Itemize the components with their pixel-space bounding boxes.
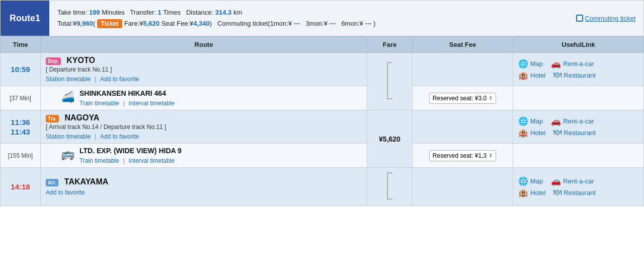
fare-cell-takayama <box>367 168 413 206</box>
distance-value: 314.3 <box>215 9 232 16</box>
seat-select-text: Reserved seat: ¥3,0 <box>433 95 487 102</box>
time-cell: [155 Min] <box>1 144 41 168</box>
useful-row-1: 🌐Map 🚗Rent-a-car <box>518 59 638 69</box>
transfer-unit: Times <box>163 9 181 16</box>
useful-row-2: 🏨Hotel 🍽Restaurant <box>518 71 638 80</box>
station-track: [ Arrival track No.14 / Departure track … <box>46 123 362 131</box>
hotel-icon: 🏨 <box>518 188 528 198</box>
route-header: Route1 Take time: 199 Minutes Transfer: … <box>0 0 644 36</box>
distance-label: Distance: <box>186 9 213 16</box>
arrive-time: 14:18 <box>11 182 30 191</box>
seat-select-arrow: ⇕ <box>489 153 493 158</box>
seatfee-cell <box>413 110 513 144</box>
table-row: [155 Min] 🚌 LTD. EXP. (WIDE VIEW) HIDA 9… <box>1 144 644 168</box>
arrive-time: 11:36 <box>11 118 30 126</box>
restaurant-icon: 🍽 <box>553 128 561 137</box>
map-link[interactable]: 🌐Map <box>518 176 543 186</box>
route-label-text: Route1 <box>10 13 40 24</box>
dep-badge: Dep. <box>46 57 61 65</box>
add-to-favorite-link[interactable]: Add to favorite <box>100 76 139 83</box>
station-links: Station timetable | Add to favorite <box>46 75 362 83</box>
time-cell: 11:36 11:43 <box>1 110 41 144</box>
hotel-icon: 🏨 <box>518 128 528 138</box>
tra-badge: Tra. <box>46 115 59 122</box>
station-timetable-link[interactable]: Station timetable <box>46 76 91 83</box>
train-timetable-link[interactable]: Train timetable <box>79 100 119 107</box>
restaurant-icon: 🍽 <box>553 71 561 80</box>
rent-a-car-link[interactable]: 🚗Rent-a-car <box>551 176 594 186</box>
col-header-time: Time <box>1 37 41 53</box>
hotel-link[interactable]: 🏨Hotel <box>518 128 545 138</box>
seatfee-cell: Reserved seat: ¥3,0 ⇕ <box>413 86 513 110</box>
station-name: NAGOYA <box>64 113 99 122</box>
ltd-exp-icon: 🚌 <box>61 148 74 161</box>
route-info: Take time: 199 Minutes Transfer: 1 Times… <box>49 1 568 36</box>
ticket-button[interactable]: Ticket <box>97 19 122 28</box>
map-icon: 🌐 <box>518 176 528 186</box>
distance-unit: km <box>233 9 242 16</box>
seatfee-cell: Reserved seat: ¥1,3 ⇕ <box>413 144 513 168</box>
train-name: SHINKANSEN HIKARI 464 <box>79 89 175 97</box>
col-header-fare: Fare <box>367 37 413 53</box>
route-info-line1: Take time: 199 Minutes Transfer: 1 Times… <box>57 9 560 16</box>
useful-cell-td <box>513 144 644 168</box>
fare-value: ¥5,620 <box>372 135 407 143</box>
car-icon: 🚗 <box>551 116 561 126</box>
fare-value: 5,620 <box>143 20 160 27</box>
route-cell: Arr. TAKAYAMA Add to favorite <box>41 168 367 206</box>
station-links: Add to favorite <box>46 188 362 196</box>
take-time-unit: Minutes <box>102 9 125 16</box>
hotel-link[interactable]: 🏨Hotel <box>518 188 545 198</box>
useful-cell-td: 🌐Map 🚗Rent-a-car 🏨Hotel 🍽Restaurant <box>513 110 644 144</box>
station-timetable-link[interactable]: Station timetable <box>46 133 91 140</box>
table-row: 14:18 Arr. TAKAYAMA Add to favorite 🌐Map… <box>1 168 644 206</box>
useful-cell-td: 🌐Map 🚗Rent-a-car 🏨Hotel 🍽Restaurant <box>513 53 644 86</box>
transfer-value: 1 <box>158 9 162 16</box>
fare-cell <box>367 53 413 110</box>
add-to-favorite-link[interactable]: Add to favorite <box>100 133 139 140</box>
station-name: KYOTO <box>66 56 95 65</box>
time-cell: 14:18 <box>1 168 41 206</box>
commuting-icon <box>576 15 583 22</box>
route-cell: Tra. NAGOYA [ Arrival track No.14 / Depa… <box>41 110 367 144</box>
total-label: Total:¥ <box>57 20 76 27</box>
commuting-ticket-link[interactable]: Commuting ticket <box>568 1 643 36</box>
time-cell: [37 Min] <box>1 86 41 110</box>
train-timetable-link[interactable]: Train timetable <box>79 157 119 164</box>
restaurant-link[interactable]: 🍽Restaurant <box>553 188 596 198</box>
seat-select-2[interactable]: Reserved seat: ¥1,3 ⇕ <box>429 150 496 161</box>
transfer-label: Transfer: <box>130 9 156 16</box>
seat-select[interactable]: Reserved seat: ¥3,0 ⇕ <box>429 93 496 104</box>
table-body: 10:59 Dep. KYOTO [ Departure track No.11… <box>1 53 644 206</box>
route-cell: 🚄 SHINKANSEN HIKARI 464 Train timetable … <box>41 86 367 110</box>
add-to-favorite-link[interactable]: Add to favorite <box>46 189 85 196</box>
interval-timetable-link[interactable]: Interval timetable <box>129 157 175 164</box>
hotel-icon: 🏨 <box>518 71 528 80</box>
seatfee-cell <box>413 168 513 206</box>
table-header: Time Route Fare Seat Fee UsefulLink <box>1 37 644 53</box>
depart-time2: 11:43 <box>11 127 30 136</box>
map-link[interactable]: 🌐Map <box>518 116 543 126</box>
interval-timetable-link[interactable]: Interval timetable <box>129 100 175 107</box>
arr-badge: Arr. <box>46 179 58 186</box>
fare-label: Fare:¥ <box>124 20 143 27</box>
rent-a-car-link[interactable]: 🚗Rent-a-car <box>551 116 594 126</box>
map-icon: 🌐 <box>518 59 528 69</box>
train-links: Train timetable | Interval timetable <box>79 99 175 107</box>
table-row: [37 Min] 🚄 SHINKANSEN HIKARI 464 Train t… <box>1 86 644 110</box>
restaurant-link[interactable]: 🍽Restaurant <box>553 128 596 138</box>
take-time-label: Take time: <box>57 9 87 16</box>
rent-a-car-link[interactable]: 🚗Rent-a-car <box>551 59 594 69</box>
map-icon: 🌐 <box>518 116 528 126</box>
restaurant-link[interactable]: 🍽Restaurant <box>553 71 596 80</box>
time-cell: 10:59 <box>1 53 41 86</box>
restaurant-icon: 🍽 <box>553 188 561 197</box>
route-cell: 🚌 LTD. EXP. (WIDE VIEW) HIDA 9 Train tim… <box>41 144 367 168</box>
hotel-link[interactable]: 🏨Hotel <box>518 71 545 80</box>
take-time-value: 199 <box>89 9 100 16</box>
fare-bracket-bottom-svg <box>385 171 394 201</box>
map-link[interactable]: 🌐Map <box>518 59 543 69</box>
double-time: 11:36 11:43 <box>6 118 35 136</box>
route-info-line2: Total:¥9,960( Ticket Fare:¥5,620 Seat Fe… <box>57 19 560 28</box>
useful-cell: 🌐Map 🚗Rent-a-car 🏨Hotel 🍽Restaurant <box>518 116 638 138</box>
